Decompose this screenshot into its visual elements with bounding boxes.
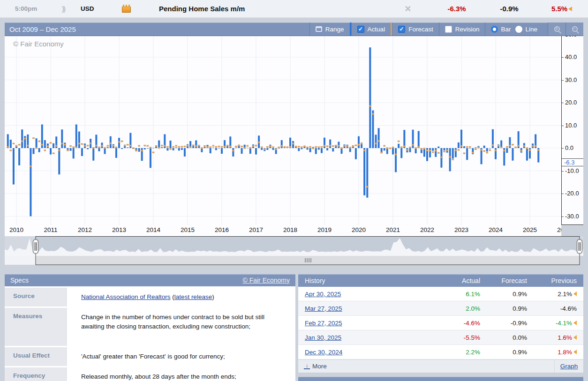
forecast-tick [400,146,403,148]
actual-bar [512,148,514,161]
fair-economy-link[interactable]: © Fair Economy [242,276,290,284]
revision-toggle[interactable]: Revision [439,22,485,36]
bar-chart-svg[interactable] [5,36,561,225]
actual-bar [509,137,511,148]
forecast-tick [517,145,520,146]
calendar-icon [316,26,322,32]
actual-bar [107,147,109,148]
actual-bar [50,148,52,155]
actual-bar [466,148,468,160]
forecast-tick [7,146,9,148]
latest-release-link[interactable]: latest release [174,293,212,300]
forecast-tick [109,142,112,144]
actual-bar [166,148,168,150]
actual-bar [332,148,334,151]
revision-checkbox[interactable] [445,26,452,33]
history-date-link[interactable]: Apr 30, 2025 [305,291,341,298]
x-axis-label: 2021 [383,226,403,233]
actual-bar [418,131,420,148]
event-row[interactable]: 5:00pm )) USD Pending Home Sales m/m -6.… [0,0,588,18]
spec-value-frequency: Released monthly, about 28 days after th… [67,367,243,381]
forecast-tick [255,145,257,146]
forecast-tick [121,141,123,142]
plot-canvas[interactable]: © Fair Economy [5,36,561,225]
forecast-tick [101,145,103,146]
y-axis-tick [562,171,564,172]
y-axis-label: 30.0 [565,76,577,83]
forecast-tick [266,146,269,148]
forecast-tick [189,146,192,148]
zoom-in-icon: + [554,26,560,32]
actual-bar [349,148,351,152]
forecast-tick [477,147,480,148]
actual-bar [110,136,112,148]
actual-bar [173,148,174,150]
forecast-tick [449,156,451,157]
forecast-tick [10,149,12,151]
forecast-tick [295,146,297,147]
forecast-tick [280,145,283,146]
forecast-tick [417,146,420,148]
actual-bar [272,148,274,150]
x-axis-label: 2025 [520,226,540,233]
zoom-in-button[interactable]: + [548,22,565,36]
actual-bar [195,141,197,148]
history-date-link[interactable]: Mar 27, 2025 [305,305,342,312]
actual-toggle[interactable]: Actual [351,22,391,36]
line-mode-radio[interactable] [515,26,522,33]
more-button[interactable]: ↓ More [298,363,554,370]
bar-mode-radio[interactable] [491,26,498,33]
history-date-link[interactable]: Feb 27, 2025 [305,320,342,327]
zoom-out-button[interactable]: − [565,22,583,36]
history-date-link[interactable]: Jan 30, 2025 [305,334,341,341]
minimap-svg[interactable] [5,236,583,266]
forecast-tick [64,144,66,145]
forecast-checkbox[interactable] [398,26,405,33]
x-axis-label: 2024 [485,226,506,233]
actual-bar [161,147,163,148]
forecast-tick [238,144,240,146]
range-button[interactable]: Range [309,22,350,36]
forecast-tick [172,146,174,148]
forecast-tick [72,146,75,148]
forecast-tick [455,149,457,151]
forecast-tick [67,149,69,151]
forecast-tick [403,145,406,147]
event-actual-value: -6.3% [430,5,483,13]
forecast-tick [221,146,223,148]
forecast-tick [358,144,360,145]
forecast-tick [329,145,332,146]
actual-bar [204,147,206,148]
forecast-tick [30,165,32,167]
actual-bar [21,129,23,148]
x-axis-label: 2012 [75,226,95,233]
actual-bar [392,148,394,155]
actual-bar [249,148,251,154]
actual-bar [489,148,491,149]
forecast-tick [306,147,309,148]
forecast-tick [195,145,197,147]
forecast-tick [164,145,166,146]
history-previous-value: 2.1% [527,291,583,298]
forecast-tick [303,145,306,147]
forecast-tick [246,145,249,146]
forecast-toggle[interactable]: Forecast [392,22,439,36]
forecast-tick [386,147,389,149]
minimap-left-handle[interactable] [33,239,38,254]
forecast-tick [343,145,346,146]
history-date-link[interactable]: Dec 30, 2024 [305,349,342,356]
source-link[interactable]: National Association of Realtors [81,293,171,300]
actual-bar [104,148,106,154]
actual-bar [326,148,328,150]
forecast-tick [201,147,203,149]
actual-checkbox[interactable] [357,26,364,33]
actual-bar [18,148,20,165]
graph-link[interactable]: Graph [560,363,578,370]
forecast-toggle-label: Forecast [408,26,433,33]
chart-plot-area: © Fair Economy -6.3 50.040.030.020.010.0… [5,36,583,225]
forecast-tick [361,143,363,144]
minimap-right-handle[interactable] [577,239,582,254]
range-minimap[interactable] [5,236,583,266]
spec-row-measures: Measures Change in the number of homes u… [5,306,295,346]
forecast-tick [324,145,326,146]
